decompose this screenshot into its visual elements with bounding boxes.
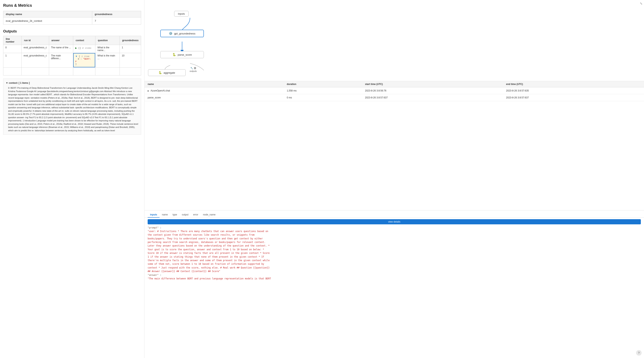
col-run-id: run id bbox=[22, 36, 49, 45]
metrics-col-groundedness: groundedness bbox=[92, 11, 141, 18]
row0-answer: The name of the ... bbox=[49, 45, 73, 53]
runs-col-name: name bbox=[144, 81, 284, 87]
metrics-display-name: eval_groundedness_2k_context bbox=[3, 18, 92, 25]
runs-col-start: start time (UTC) bbox=[362, 81, 503, 87]
table-row-empty bbox=[3, 68, 141, 76]
page-title: Runs & Metrics bbox=[3, 3, 141, 8]
python-icon-agg: 🐍 bbox=[158, 71, 162, 74]
flow-svg bbox=[144, 0, 644, 81]
run1-end: 2023-8-26 3:8:57:637 bbox=[503, 94, 644, 101]
outputs-title: Outputs bbox=[3, 29, 141, 34]
gear-icon: ⚙️ bbox=[169, 32, 172, 35]
row1-groundedness: 10 bbox=[120, 53, 141, 68]
image-icon: 🖼 bbox=[194, 67, 196, 70]
runs-table-area: name duration start time (UTC) end time … bbox=[144, 81, 644, 210]
json-output-area: "prompt" : "user: # Instructions * There… bbox=[144, 226, 644, 358]
right-panel: ⤡ inputs ⚙️ gpt_groundedness bbox=[144, 0, 644, 358]
context-collapse-icon[interactable]: ▼ bbox=[6, 82, 8, 84]
run1-duration: 0 ms bbox=[284, 94, 362, 101]
row1-answer: The main differen... bbox=[49, 53, 73, 68]
runs-col-duration: duration bbox=[284, 81, 362, 87]
metrics-row: eval_groundedness_2k_context 7 bbox=[3, 18, 141, 25]
row1-context-text: [ 1 item 0 : "BERT: P] bbox=[75, 55, 91, 65]
row0-context-text: [] 0 items bbox=[78, 47, 92, 49]
row0-line-number: 0 bbox=[3, 45, 22, 53]
col-groundedness: groundedness bbox=[120, 36, 141, 45]
col-context: context bbox=[73, 36, 96, 45]
table-row: 0 eval_groundedness_c The name of the ..… bbox=[3, 45, 141, 53]
run-row-0[interactable]: ▶ AzureOpenAI.chat 1,558 ms 2023-8-26 3:… bbox=[144, 87, 644, 94]
parse-label: parse_score bbox=[178, 53, 192, 56]
help-button[interactable]: ? bbox=[636, 350, 642, 356]
inputs-label: inputs bbox=[178, 12, 185, 15]
row1-context[interactable]: ▼ [ 1 item 0 : "BERT: P] bbox=[73, 53, 96, 68]
play-icon-0[interactable]: ▶ bbox=[148, 90, 149, 92]
tab-name[interactable]: name bbox=[160, 212, 170, 218]
context-detail: ▼ context: [ 1 items ] 0: BERT: Pre-trai… bbox=[3, 79, 141, 135]
view-details-button[interactable]: view details bbox=[148, 219, 641, 224]
run0-name: ▶ AzureOpenAI.chat bbox=[144, 87, 284, 94]
run0-start: 2023-8-26 3:8:56:76 bbox=[362, 87, 503, 94]
python-icon: 🐍 bbox=[172, 53, 176, 57]
run-row-1[interactable]: parse_score 0 ms 2023-8-26 3:8:57:637 20… bbox=[144, 94, 644, 101]
outputs-badge: 🔧 🖼 outputs bbox=[190, 67, 197, 72]
row0-context[interactable]: ▶ [] 0 items bbox=[73, 45, 96, 53]
metrics-col-name: display name bbox=[3, 11, 92, 18]
row0-run-id: eval_groundedness_c bbox=[22, 45, 49, 53]
row1-line-number: 1 bbox=[3, 53, 22, 68]
context-detail-content: 0: BERT: Pre-training of Deep Bidirectio… bbox=[8, 86, 138, 132]
metrics-groundedness: 7 bbox=[92, 18, 141, 25]
tab-type[interactable]: type bbox=[170, 212, 180, 218]
detail-tabs: inputs name type output error node_name bbox=[144, 210, 644, 218]
json-content: "prompt" : "user: # Instructions * There… bbox=[148, 226, 641, 281]
tab-node-name[interactable]: node_name bbox=[200, 212, 218, 218]
table-row: 1 eval_groundedness_c The main differen.… bbox=[3, 53, 141, 68]
expand-icon-row1[interactable]: ▼ bbox=[75, 55, 78, 58]
gpt-label: gpt_groundedness bbox=[174, 32, 196, 35]
row0-groundedness: 1 bbox=[120, 45, 141, 53]
inputs-node[interactable]: inputs bbox=[174, 11, 188, 17]
aggregate-label: aggregate bbox=[164, 71, 175, 74]
tab-error[interactable]: error bbox=[191, 212, 200, 218]
col-line-number: line number bbox=[3, 36, 22, 45]
runs-table: name duration start time (UTC) end time … bbox=[144, 81, 644, 101]
row1-run-id: eval_groundedness_c bbox=[22, 53, 49, 68]
aggregate-node[interactable]: 🐍 aggregate bbox=[148, 69, 186, 76]
run1-name: parse_score bbox=[144, 94, 284, 101]
col-question: question bbox=[96, 36, 120, 45]
run0-end: 2023-8-26 3:8:57:635 bbox=[503, 87, 644, 94]
row1-question: What is the main ... bbox=[96, 53, 120, 68]
parse-node[interactable]: 🐍 parse_score bbox=[160, 51, 204, 58]
metrics-table: display name groundedness eval_groundedn… bbox=[3, 11, 141, 25]
maximize-button[interactable]: ⤡ bbox=[640, 2, 642, 5]
left-panel: Runs & Metrics display name groundedness… bbox=[0, 0, 144, 358]
tab-inputs[interactable]: inputs bbox=[148, 212, 160, 218]
context-detail-title: ▼ context: [ 1 items ] bbox=[6, 81, 138, 85]
tool-icon: 🔧 bbox=[190, 67, 193, 70]
expand-icon-row0[interactable]: ▶ bbox=[75, 47, 77, 49]
run0-duration: 1,558 ms bbox=[284, 87, 362, 94]
outputs-label: outputs bbox=[190, 70, 197, 72]
gpt-node[interactable]: ⚙️ gpt_groundedness bbox=[160, 30, 204, 37]
runs-col-end: end time (UTC) bbox=[503, 81, 644, 87]
row0-question: What is the name... bbox=[96, 45, 120, 53]
tab-output[interactable]: output bbox=[180, 212, 191, 218]
flow-area: ⤡ inputs ⚙️ gpt_groundedness bbox=[144, 0, 644, 81]
outputs-table: line number run id answer context questi… bbox=[3, 36, 141, 76]
col-answer: answer bbox=[49, 36, 73, 45]
run1-start: 2023-8-26 3:8:57:637 bbox=[362, 94, 503, 101]
